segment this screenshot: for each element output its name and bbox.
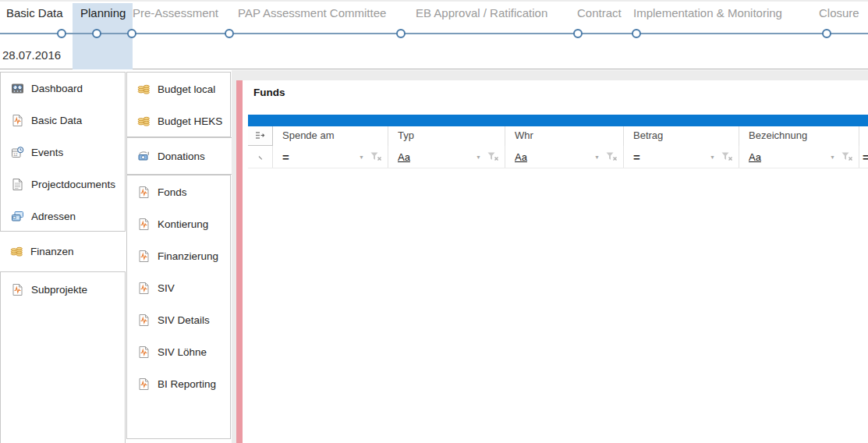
- nav-group: FondsKontierungFinanzierungSIVSIV Detail…: [126, 175, 231, 439]
- nav-item-siv-details[interactable]: SIV Details: [127, 304, 230, 336]
- nav-item-label: SIV: [158, 282, 175, 294]
- filter-dropdown-caret-icon[interactable]: ▼: [830, 154, 835, 160]
- column-header-cropped[interactable]: [859, 126, 868, 146]
- column-header-label: Betrag: [633, 129, 663, 141]
- document-icon: [11, 178, 24, 191]
- filter-operator-button[interactable]: Aa: [515, 151, 527, 163]
- filter-row-indicator-cell: [248, 146, 273, 168]
- workflow-stage-contract[interactable]: Contract: [577, 6, 622, 19]
- nav-item-finanzierung[interactable]: Finanzierung: [127, 240, 230, 272]
- pulse-document-icon: [11, 114, 24, 127]
- filter-operator-button[interactable]: Aa: [398, 151, 410, 163]
- workflow-stepper-bar: Basic DataPlanningPre-AssessmentPAP Asse…: [0, 0, 868, 69]
- column-header-label: Whr: [515, 129, 533, 141]
- filter-cell-betrag[interactable]: =▼: [624, 146, 739, 168]
- stage-date: 28.07.2016: [2, 48, 61, 62]
- filter-cell-cropped[interactable]: =▼: [859, 146, 868, 168]
- filter-cell-whr[interactable]: Aa▼: [505, 146, 624, 168]
- clear-filter-icon[interactable]: [721, 152, 733, 161]
- pulse-document-icon: [137, 186, 151, 199]
- nav-item-label: Basic Data: [31, 115, 82, 126]
- nav-item-siv[interactable]: SIV: [127, 272, 230, 304]
- nav-item-label: Dashboard: [31, 83, 83, 94]
- column-header-betrag[interactable]: Betrag: [624, 126, 739, 146]
- filter-dropdown-caret-icon[interactable]: ▼: [359, 154, 364, 160]
- filter-operator-button[interactable]: =: [633, 151, 640, 164]
- filter-cell-spende-am[interactable]: =▼: [273, 146, 388, 168]
- filter-dropdown-caret-icon[interactable]: ▼: [710, 154, 715, 160]
- workflow-milestone-dot: [396, 29, 406, 38]
- nav-item-budget-heks[interactable]: Budget HEKS: [127, 105, 230, 137]
- donation-icon: [137, 150, 151, 163]
- grid-header-row: Spende amTypWhrBetragBezeichnung: [248, 126, 868, 146]
- workflow-milestone-dot: [632, 29, 641, 38]
- nav-item-subprojekte[interactable]: Subprojekte: [1, 274, 125, 306]
- dashboard-icon: [11, 82, 24, 95]
- nav-item-finanzen[interactable]: Finanzen: [0, 236, 126, 268]
- grid-accent-bar: [248, 115, 868, 126]
- filter-operator-button[interactable]: Aa: [749, 151, 761, 163]
- calendar-clock-icon: 12: [11, 146, 24, 159]
- column-header-spende-am[interactable]: Spende am: [273, 126, 388, 146]
- filter-operator-button[interactable]: =: [863, 151, 868, 164]
- pulse-document-icon: [137, 314, 151, 327]
- filter-cell-typ[interactable]: Aa▼: [388, 146, 505, 168]
- grid-options-button[interactable]: [248, 126, 273, 146]
- column-header-typ[interactable]: Typ: [388, 126, 505, 146]
- column-header-whr[interactable]: Whr: [505, 126, 624, 146]
- nav-item-label: BI Reporting: [158, 378, 216, 390]
- nav-group: Budget localBudget HEKS: [126, 72, 231, 137]
- nav-item-projectdocuments[interactable]: Projectdocuments: [1, 168, 125, 200]
- pulse-document-icon: [137, 377, 151, 391]
- nav-item-label: Subprojekte: [31, 284, 87, 296]
- svg-text:12: 12: [13, 152, 18, 157]
- nav-item-donations[interactable]: Donations: [127, 140, 232, 172]
- nav-item-label: Budget HEKS: [158, 115, 222, 127]
- coins-icon: [10, 245, 23, 258]
- nav-item-basic-data[interactable]: Basic Data: [1, 105, 125, 136]
- workflow-stage-planning[interactable]: Planning: [80, 6, 126, 19]
- coins-icon: [137, 83, 151, 96]
- nav-item-adressen[interactable]: Adressen: [1, 200, 125, 232]
- clear-filter-icon[interactable]: [841, 152, 853, 161]
- clear-filter-icon[interactable]: [606, 152, 618, 161]
- grid-auto-filter-row: =▼Aa▼Aa▼=▼Aa▼=▼: [248, 146, 868, 168]
- nav-item-label: Projectdocuments: [31, 179, 115, 190]
- nav-item-budget-local[interactable]: Budget local: [127, 73, 230, 105]
- workflow-stage-eb-approval-ratification[interactable]: EB Approval / Ratification: [416, 6, 547, 19]
- workflow-stage-pre-assessment[interactable]: Pre-Assessment: [133, 6, 218, 19]
- nav-item-bi-reporting[interactable]: BI Reporting: [127, 368, 230, 400]
- nav-item-kontierung[interactable]: Kontierung: [127, 208, 230, 240]
- workflow-stage-closure[interactable]: Closure: [819, 6, 859, 19]
- column-header-label: Typ: [398, 129, 414, 141]
- nav-item-label: Events: [31, 147, 63, 158]
- filter-operator-button[interactable]: =: [282, 151, 289, 164]
- workflow-stage-implementation-monitoring[interactable]: Implementation & Monitoring: [633, 6, 782, 19]
- nav-item-label: SIV Details: [158, 314, 210, 326]
- filter-dropdown-caret-icon[interactable]: ▼: [476, 154, 481, 160]
- nav-item-label: Adressen: [31, 211, 76, 222]
- nav-item-fonds[interactable]: Fonds: [127, 176, 230, 208]
- application-window: Basic DataPlanningPre-AssessmentPAP Asse…: [0, 0, 868, 443]
- nav-group: Finanzen: [0, 232, 126, 271]
- clear-filter-icon[interactable]: [370, 152, 382, 161]
- column-header-bezeichnung[interactable]: Bezeichnung: [739, 126, 859, 146]
- nav-item-siv-l-hne[interactable]: SIV Löhne: [127, 336, 230, 368]
- filter-cell-bezeichnung[interactable]: Aa▼: [739, 146, 859, 168]
- workflow-stage-basic-data[interactable]: Basic Data: [6, 6, 63, 19]
- nav-item-label: Donations: [158, 151, 205, 162]
- address-cards-icon: [11, 210, 24, 223]
- nav-item-label: SIV Löhne: [158, 346, 207, 358]
- panel-title: Funds: [253, 87, 285, 98]
- workflow-milestone-dot: [127, 29, 136, 38]
- coins-icon: [137, 115, 151, 128]
- nav-item-events[interactable]: 12Events: [1, 136, 125, 168]
- workflow-milestone-dot: [822, 29, 831, 38]
- clear-filter-icon[interactable]: [487, 152, 499, 161]
- workflow-milestone-dot: [225, 29, 234, 38]
- pulse-document-icon: [137, 250, 151, 263]
- nav-item-dashboard[interactable]: Dashboard: [1, 73, 125, 105]
- filter-dropdown-caret-icon[interactable]: ▼: [594, 154, 600, 160]
- nav-item-label: Kontierung: [158, 218, 208, 230]
- workflow-stage-pap-assessment-committee[interactable]: PAP Assessment Committee: [238, 6, 386, 19]
